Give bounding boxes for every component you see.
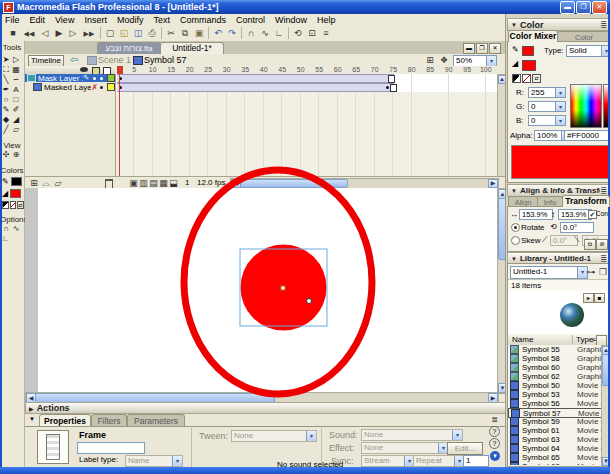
mixer-no-color-button[interactable] (522, 74, 531, 83)
undo-icon[interactable]: ↶ (211, 27, 225, 40)
menu-commands[interactable]: Commands (175, 15, 231, 25)
swap-colors-button[interactable]: ⇄ (17, 201, 24, 209)
preview-play-button[interactable]: ▸ (583, 293, 594, 303)
ink-bottle-tool[interactable]: ◆ (1, 115, 11, 125)
eraser-tool[interactable]: ▱ (11, 125, 21, 135)
scale-icon[interactable]: ⊡ (305, 27, 319, 40)
no-color-button[interactable] (10, 201, 17, 209)
layer2-hidden-icon[interactable]: ✗ (91, 83, 98, 92)
doc-close-button[interactable]: ✕ (489, 43, 501, 54)
mixer-stroke-swatch[interactable] (522, 46, 534, 56)
new-document-icon[interactable]: ▢ (103, 27, 117, 40)
zoom-tool[interactable]: ⊕ (11, 150, 21, 160)
frames-area[interactable] (115, 74, 498, 92)
menu-text[interactable]: Text (148, 15, 175, 25)
playhead[interactable] (117, 66, 123, 74)
menu-view[interactable]: View (50, 15, 79, 25)
smooth-icon[interactable]: ∿ (258, 27, 272, 40)
black-white-button[interactable] (2, 201, 9, 209)
color-type-select[interactable]: Solid▾ (566, 45, 610, 57)
play-button[interactable]: ▶ (52, 27, 66, 40)
tween-select[interactable]: None ▾ (231, 430, 317, 442)
subselection-tool[interactable]: ▷ (11, 55, 21, 65)
library-list[interactable]: Symbol 55Graphic Symbol 58Graphic Symbol… (508, 345, 608, 465)
layer2-outline-color[interactable] (107, 83, 115, 91)
color-options-icon[interactable]: ≣ (600, 20, 607, 29)
library-options-icon[interactable]: ≣ (600, 254, 607, 263)
menu-file[interactable]: File (0, 15, 25, 25)
copy-icon[interactable]: ⧉ (178, 27, 192, 40)
timeline-scroll-right[interactable]: ▶ (488, 179, 498, 188)
library-row[interactable]: Symbol 50Movie C (508, 381, 603, 390)
paste-icon[interactable]: ▣ (192, 27, 206, 40)
copy-apply-transform-button[interactable]: ⧉ (584, 239, 596, 250)
layer1-visibility-dot[interactable] (93, 77, 96, 80)
rectangle-tool[interactable]: □ (11, 95, 21, 105)
tween-span-layer2[interactable] (117, 83, 394, 92)
rotate-radio[interactable] (511, 223, 520, 232)
library-row[interactable]: Symbol 59Movie C (508, 417, 603, 426)
skew-radio[interactable] (511, 236, 520, 245)
library-document-select[interactable]: Untitled-1▾ (510, 266, 588, 279)
pen-tool[interactable]: ✒ (1, 85, 11, 95)
help-icon[interactable]: ? (489, 426, 500, 437)
layer1-lock-dot[interactable] (100, 77, 103, 80)
step-forward-button[interactable]: ▷ (66, 27, 80, 40)
rotate-field[interactable]: 0.0° (560, 222, 594, 233)
snap-option[interactable]: ∩ (1, 224, 11, 234)
open-icon[interactable]: ◱ (117, 27, 131, 40)
selection-tool[interactable]: ➤ (1, 55, 11, 65)
menu-insert[interactable]: Insert (79, 15, 112, 25)
library-row[interactable]: Symbol 64Movie C (508, 444, 603, 453)
tab-color-mixer[interactable]: Color Mixer (508, 30, 558, 42)
stop-button[interactable]: ■ (6, 27, 20, 40)
library-row[interactable]: Symbol 63Movie C (508, 435, 603, 444)
column-name[interactable]: Name (512, 335, 533, 344)
lasso-tool[interactable]: ∽ (11, 75, 21, 85)
g-field[interactable]: 0▾ (528, 101, 566, 112)
tab-doc-inactive[interactable]: צורות וצבע.fla (97, 42, 161, 54)
library-row[interactable]: Symbol 68Movie C (508, 462, 603, 465)
straighten-icon[interactable]: ∟ (272, 27, 286, 40)
redo-icon[interactable]: ↷ (225, 27, 239, 40)
new-library-window-button[interactable]: ❐ (598, 266, 608, 279)
go-first-frame-button[interactable]: ◀◀ (20, 27, 38, 40)
library-row[interactable]: Symbol 62Graphic (508, 372, 603, 381)
collapse-section-icon[interactable]: ▾ (490, 451, 500, 461)
gradient-transform-tool[interactable]: ▦ (11, 65, 21, 75)
mixer-swap-button[interactable]: ⇄ (532, 74, 541, 83)
layer-row-masked[interactable]: Masked Laye... ✗ (25, 83, 115, 91)
menu-control[interactable]: Control (231, 15, 270, 25)
free-transform-tool[interactable]: ⛶ (1, 65, 11, 75)
library-row[interactable]: Symbol 58Graphic (508, 354, 603, 363)
fill-color-swatch[interactable] (10, 189, 21, 198)
step-back-button[interactable]: ◁ (38, 27, 52, 40)
snap-magnet-icon[interactable]: ∩ (244, 27, 258, 40)
transform-center-point[interactable] (281, 286, 285, 290)
hand-tool[interactable]: ✣ (1, 150, 11, 160)
maximize-button[interactable]: ❐ (576, 1, 591, 14)
oval-tool[interactable]: ○ (1, 95, 11, 105)
minimize-button[interactable]: ▬ (560, 1, 575, 14)
preview-stop-button[interactable]: ■ (594, 293, 605, 303)
library-row[interactable]: Symbol 53Movie C (508, 390, 603, 399)
label-type-select[interactable]: Name ▾ (125, 455, 183, 467)
hex-field[interactable]: #FF0000 (564, 130, 610, 141)
transform-options-icon[interactable]: ≣ (600, 186, 607, 195)
menu-modify[interactable]: Modify (112, 15, 149, 25)
paint-bucket-tool[interactable]: ◢ (11, 115, 21, 125)
mixer-bw-button[interactable] (512, 74, 521, 83)
tab-transform[interactable]: Transform (562, 195, 610, 207)
properties-options-icon[interactable]: ≣ (491, 415, 498, 424)
properties-help-icon[interactable]: ? (489, 438, 500, 449)
layer-row-mask[interactable]: Mask Layer 1 ✎ (25, 74, 115, 82)
doc-minimize-button[interactable]: ▬ (463, 43, 475, 54)
doc-restore-button[interactable]: ❐ (476, 43, 488, 54)
close-button[interactable]: ✕ (592, 1, 607, 14)
library-row[interactable]: Symbol 65Movie C (508, 453, 603, 462)
pencil-tool[interactable]: ✎ (1, 105, 11, 115)
sync-select[interactable]: Stream ▾ (361, 455, 415, 467)
layer2-lock-dot[interactable] (100, 86, 103, 89)
eyedropper-tool[interactable]: ╱ (1, 125, 11, 135)
library-row[interactable]: Symbol 61Movie C (508, 426, 603, 435)
